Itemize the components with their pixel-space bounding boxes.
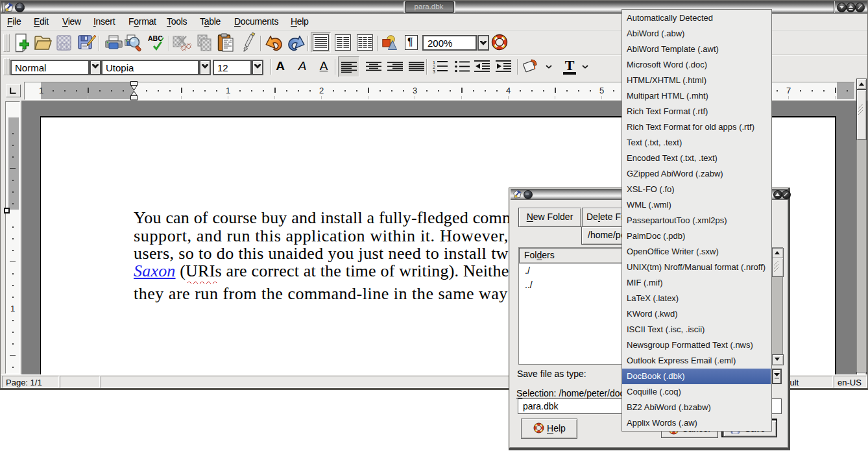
- svg-text:3: 3: [433, 69, 435, 74]
- svg-text:1: 1: [433, 60, 435, 65]
- svg-text:2: 2: [433, 65, 435, 69]
- svg-text:ABC: ABC: [148, 34, 163, 42]
